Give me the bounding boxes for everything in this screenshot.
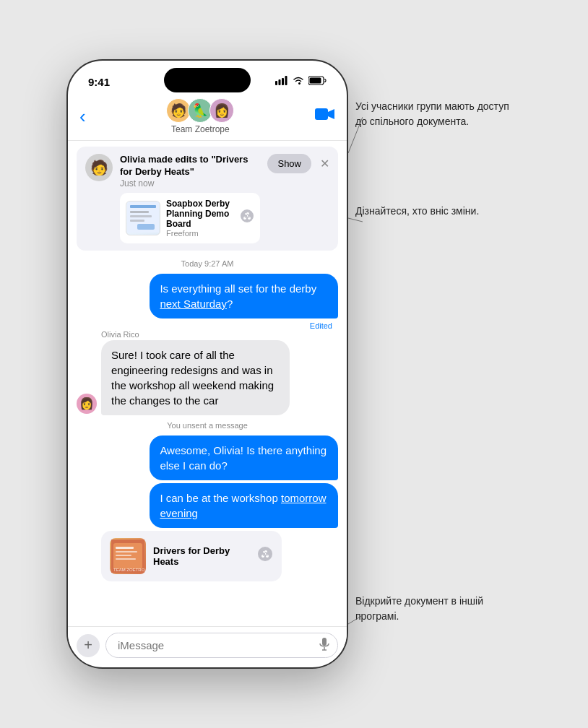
svg-rect-19 — [116, 547, 134, 549]
signal-icon — [275, 76, 288, 87]
svg-rect-5 — [310, 78, 321, 84]
message-bubble-received-1[interactable]: Sure! I took care of all the engineering… — [101, 340, 290, 415]
doc-info: Soapbox Derby Planning Demo Board Freefo… — [166, 199, 234, 238]
msg-avatar-olivia: 👩 — [77, 394, 97, 414]
avatar-3: 👩 — [209, 98, 234, 123]
svg-text:TEAM ZOETROPE: TEAM ZOETROPE — [113, 568, 144, 572]
shared-doc-icon[interactable] — [257, 546, 273, 566]
notif-doc[interactable]: Soapbox Derby Planning Demo Board Freefo… — [120, 193, 260, 243]
message-bubble-sent-1[interactable]: Is everything all set for the derby next… — [150, 274, 338, 318]
svg-rect-21 — [116, 555, 131, 556]
chat-area[interactable]: 🧑 Olivia made edits to "Drivers for Derb… — [68, 141, 347, 626]
message-row-received-1: 👩 Sure! I took care of all the engineeri… — [77, 340, 338, 415]
message-input[interactable] — [105, 633, 338, 658]
doc-share-icon — [240, 209, 254, 227]
shared-doc-title: Drivers for Derby Heats — [153, 545, 250, 567]
shared-doc-bubble[interactable]: TEAM ZOETROPE Drivers for Derby Heats — [101, 531, 282, 581]
avatar-1: 🧑 — [166, 98, 191, 123]
link-next-saturday[interactable]: next Saturday — [160, 298, 227, 310]
battery-icon — [308, 75, 327, 88]
message-bubble-sent-2[interactable]: Awesome, Olivia! Is there anything else … — [150, 436, 338, 480]
message-row-sent-3: I can be at the workshop tomorrow evenin… — [77, 483, 338, 528]
svg-rect-9 — [130, 211, 149, 213]
system-message: You unsent a message — [77, 421, 338, 430]
svg-rect-11 — [130, 220, 144, 222]
svg-rect-1 — [279, 79, 281, 85]
status-icons — [275, 75, 327, 88]
mic-icon[interactable] — [319, 638, 329, 654]
sender-name-olivia: Olivia Rico — [101, 330, 338, 339]
nav-center: 🧑 🦜 👩 Team Zoetrope — [166, 98, 234, 134]
annotation-middle: Дізнайтеся, хто вніс зміни. — [355, 204, 511, 219]
group-name[interactable]: Team Zoetrope — [171, 124, 230, 134]
doc-thumb-text — [127, 201, 159, 235]
svg-point-13 — [241, 209, 254, 222]
avatar-2: 🦜 — [188, 98, 212, 123]
status-time: 9:41 — [88, 76, 110, 88]
svg-rect-28 — [322, 638, 327, 646]
wifi-icon — [293, 75, 304, 88]
svg-rect-8 — [130, 205, 156, 208]
svg-rect-10 — [130, 215, 152, 217]
svg-rect-22 — [116, 558, 136, 560]
close-button[interactable]: ✕ — [320, 157, 329, 170]
message-bubble-sent-3[interactable]: I can be at the workshop tomorrow evenin… — [150, 483, 338, 528]
notif-time: Just now — [120, 178, 260, 188]
notification-banner: 🧑 Olivia made edits to "Drivers for Derb… — [77, 147, 338, 251]
doc-type: Freeform — [166, 229, 234, 238]
add-attachment-button[interactable]: + — [77, 634, 100, 657]
timestamp-1: Today 9:27 AM — [77, 259, 338, 268]
svg-rect-3 — [285, 76, 287, 85]
svg-rect-2 — [282, 78, 284, 85]
doc-thumb — [126, 201, 160, 235]
back-button[interactable]: ‹ — [79, 105, 86, 128]
nav-bar: ‹ 🧑 🦜 👩 Team Zoetrope — [68, 92, 347, 141]
message-input-wrap — [105, 633, 338, 658]
svg-rect-6 — [315, 108, 328, 120]
svg-rect-12 — [137, 224, 155, 230]
svg-rect-0 — [275, 81, 277, 85]
notif-avatar: 🧑 — [85, 154, 113, 181]
edited-label: Edited — [77, 321, 335, 330]
shared-doc-thumb: TEAM ZOETROPE — [110, 538, 146, 574]
notif-content: Olivia made edits to "Drivers for Derby … — [120, 154, 260, 243]
video-call-button[interactable] — [315, 107, 335, 126]
phone-frame: 9:41 ‹ 🧑 🦜 👩 — [66, 59, 348, 669]
annotation-top: Усі учасники групи мають доступ до спіль… — [355, 99, 511, 129]
input-bar: + — [68, 626, 347, 664]
status-bar: 9:41 — [68, 61, 347, 92]
message-row-sent-1: Is everything all set for the derby next… — [77, 274, 338, 318]
notif-title: Olivia made edits to "Drivers for Derby … — [120, 154, 260, 178]
svg-rect-20 — [116, 551, 137, 552]
show-button[interactable]: Show — [267, 154, 311, 173]
link-tomorrow-evening[interactable]: tomorrow evening — [160, 492, 326, 519]
doc-title: Soapbox Derby Planning Demo Board — [166, 199, 234, 229]
svg-point-24 — [258, 547, 272, 561]
message-row-sent-2: Awesome, Olivia! Is there anything else … — [77, 436, 338, 480]
avatar-group: 🧑 🦜 👩 — [166, 98, 234, 123]
annotation-bottom: Відкрийте документ в іншій програмі. — [355, 594, 511, 624]
notif-actions: Show ✕ — [267, 154, 329, 173]
